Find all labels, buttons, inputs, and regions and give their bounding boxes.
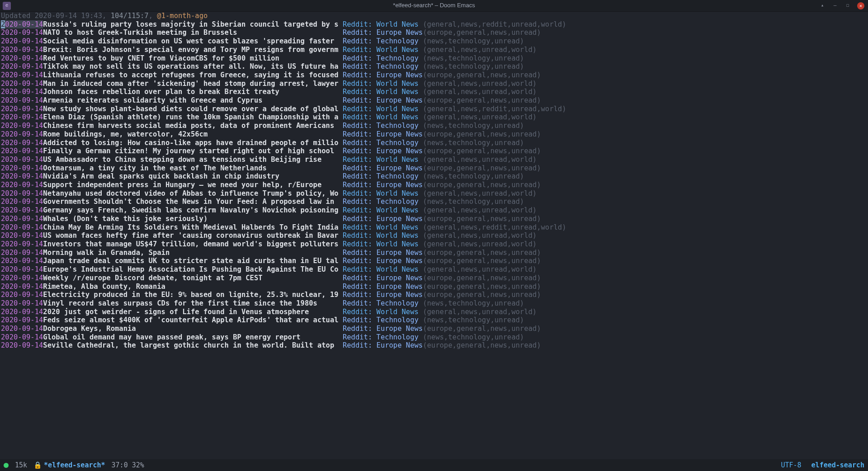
entry-tags: (news,technology,unread) bbox=[423, 333, 524, 342]
entry-date: 2020-09-14 bbox=[1, 46, 43, 54]
entry-tags: (general,news,unread,world) bbox=[423, 240, 537, 249]
feed-entry[interactable]: 2020-09-14 Rimetea, Alba County, Romania… bbox=[1, 283, 868, 291]
feed-entry[interactable]: 2020-09-14 Feds seize almost $400K of 'c… bbox=[1, 316, 868, 325]
entry-date: 2020-09-14 bbox=[1, 130, 43, 139]
entry-tags: (general,news,unread,world) bbox=[423, 113, 537, 122]
feed-entry[interactable]: 2020-09-14 Man in induced coma after 'si… bbox=[1, 80, 868, 88]
feed-entry[interactable]: 2020-09-14 Global oil demand may have pa… bbox=[1, 333, 868, 342]
entry-date: 2020-09-14 bbox=[1, 37, 43, 46]
feed-entry[interactable]: 2020-09-14 Whales (Don't take this joke … bbox=[1, 215, 868, 223]
entry-title: Brexit: Boris Johnson's special envoy an… bbox=[43, 46, 343, 54]
window-ontop-icon[interactable] bbox=[819, 3, 826, 9]
feed-entry[interactable]: 2020-09-14 Russia's ruling party loses m… bbox=[1, 20, 868, 29]
entry-title: TikTok may not sell its US operations af… bbox=[43, 62, 343, 71]
entry-date: 2020-09-14 bbox=[1, 20, 43, 29]
feed-entry[interactable]: 2020-09-14 US Ambassador to China steppi… bbox=[1, 155, 868, 164]
feed-entry[interactable]: 2020-09-14 China May Be Arming Its Soldi… bbox=[1, 223, 868, 232]
entry-date: 2020-09-14 bbox=[1, 274, 43, 283]
feed-entry[interactable]: 2020-09-14 Armenia reiterates solidarity… bbox=[1, 96, 868, 105]
entry-date: 2020-09-14 bbox=[1, 249, 43, 257]
modeline-buffer-size: 15k bbox=[15, 461, 27, 470]
entry-date: 2020-09-14 bbox=[1, 215, 43, 223]
entry-title: Lithuania refuses to accept refugees fro… bbox=[43, 71, 343, 80]
entry-feed: Reddit: World News bbox=[343, 113, 423, 122]
entry-tags: (general,news,reddit,unread,world) bbox=[423, 223, 566, 232]
feed-entry[interactable]: 2020-09-14 Ootmarsum, a tiny city in the… bbox=[1, 164, 868, 173]
entry-title: Ootmarsum, a tiny city in the east of Th… bbox=[43, 164, 343, 173]
feed-entry[interactable]: 2020-09-14 Lithuania refuses to accept r… bbox=[1, 71, 868, 80]
entry-tags: (europe,general,news,unread) bbox=[423, 164, 541, 173]
entry-title: Finally a German citizen! My journey sta… bbox=[43, 147, 343, 155]
feed-entry[interactable]: 2020-09-14 Weekly /r/europe Discord deba… bbox=[1, 274, 868, 283]
feed-entry[interactable]: 2020-09-14 Vinyl record sales surpass CD… bbox=[1, 299, 868, 308]
modeline-encoding: UTF-8 bbox=[781, 461, 801, 470]
feed-entry-list[interactable]: 2020-09-14 Russia's ruling party loses m… bbox=[1, 20, 868, 350]
feed-entry[interactable]: 2020-09-14 Rome buildings, me, watercolo… bbox=[1, 130, 868, 139]
feed-entry[interactable]: 2020-09-14 Netanyahu used doctored video… bbox=[1, 189, 868, 198]
feed-entry[interactable]: 2020-09-14 NATO to host Greek-Turkish me… bbox=[1, 28, 868, 37]
entry-date: 2020-09-14 bbox=[1, 265, 43, 274]
entry-tags: (general,news,unread,world) bbox=[423, 231, 537, 240]
status-filter: @1-month-ago bbox=[157, 12, 208, 20]
entry-feed: Reddit: World News bbox=[343, 231, 423, 240]
feed-entry[interactable]: 2020-09-14 Brexit: Boris Johnson's speci… bbox=[1, 46, 868, 54]
feed-entry[interactable]: 2020-09-14 US woman faces hefty fine aft… bbox=[1, 231, 868, 240]
feed-entry[interactable]: 2020-09-14 New study shows plant-based d… bbox=[1, 105, 868, 113]
entry-tags: (news,technology,unread) bbox=[423, 299, 524, 308]
entry-feed: Reddit: Technology bbox=[343, 172, 423, 181]
entry-feed: Reddit: Technology bbox=[343, 316, 423, 325]
feed-entry[interactable]: 2020-09-14 Support independent press in … bbox=[1, 181, 868, 189]
entry-date: 2020-09-14 bbox=[1, 257, 43, 265]
feed-entry[interactable]: 2020-09-14 Nvidia's Arm deal sparks quic… bbox=[1, 172, 868, 181]
window-minimize-icon[interactable] bbox=[832, 3, 838, 9]
entry-date: 2020-09-14 bbox=[1, 325, 43, 333]
feed-entry[interactable]: 2020-09-14 Morning walk in Granada, Spai… bbox=[1, 249, 868, 257]
feed-entry[interactable]: 2020-09-14 Europe's Industrial Hemp Asso… bbox=[1, 265, 868, 274]
entry-title: Whales (Don't take this joke seriously) bbox=[43, 215, 343, 223]
feed-entry[interactable]: 2020-09-14 Investors that manage US$47 t… bbox=[1, 240, 868, 249]
entry-title: Russia's ruling party loses majority in … bbox=[43, 20, 343, 29]
feed-entry[interactable]: 2020-09-14 Addicted to losing: How casin… bbox=[1, 139, 868, 147]
modeline-position: 37:0 32% bbox=[112, 461, 144, 470]
entry-date: 2020-09-14 bbox=[1, 139, 43, 147]
entry-title: Governments Shouldn't Choose the News in… bbox=[43, 198, 343, 206]
feed-entry[interactable]: 2020-09-14 Germany says French, Swedish … bbox=[1, 206, 868, 215]
entry-feed: Reddit: World News bbox=[343, 206, 423, 215]
entry-title: China May Be Arming Its Soldiers With Me… bbox=[43, 223, 343, 232]
entry-feed: Reddit: Europe News bbox=[343, 130, 423, 139]
entry-title: New study shows plant-based diets could … bbox=[43, 105, 343, 113]
feed-entry[interactable]: 2020-09-14 Dobrogea Keys, Romania Reddit… bbox=[1, 325, 868, 333]
window-close-icon[interactable]: ✕ bbox=[857, 2, 864, 9]
entry-date: 2020-09-14 bbox=[1, 299, 43, 308]
entry-tags: (news,technology,unread) bbox=[423, 172, 524, 181]
feed-entry[interactable]: 2020-09-14 Japan trade deal commits UK t… bbox=[1, 257, 868, 265]
feed-entry[interactable]: 2020-09-14 Finally a German citizen! My … bbox=[1, 147, 868, 155]
feed-entry[interactable]: 2020-09-14 Chinese firm harvests social … bbox=[1, 122, 868, 130]
entry-tags: (general,news,unread,world) bbox=[423, 46, 537, 54]
feed-entry[interactable]: 2020-09-14 Electricity produced in the E… bbox=[1, 291, 868, 299]
feed-entry[interactable]: 2020-09-14 2020 just got weirder - signs… bbox=[1, 308, 868, 316]
entry-title: Rome buildings, me, watercolor, 42x56cm bbox=[43, 130, 343, 139]
feed-entry[interactable]: 2020-09-14 Elena Diaz (Spanish athlete) … bbox=[1, 113, 868, 122]
feed-entry[interactable]: 2020-09-14 Johnson faces rebellion over … bbox=[1, 88, 868, 96]
entry-date: 2020-09-14 bbox=[1, 291, 43, 299]
entry-title: Armenia reiterates solidarity with Greec… bbox=[43, 96, 343, 105]
entry-tags: (europe,general,news,unread) bbox=[423, 215, 541, 223]
entry-tags: (europe,general,news,unread) bbox=[423, 283, 541, 291]
feed-entry[interactable]: 2020-09-14 Governments Shouldn't Choose … bbox=[1, 198, 868, 206]
buffer-content[interactable]: Updated 2020-09-14 19:43, 104/115:7, @1-… bbox=[0, 12, 868, 350]
feed-entry[interactable]: 2020-09-14 Seville Cathedral, the larges… bbox=[1, 341, 868, 350]
feed-entry[interactable]: 2020-09-14 Social media disinformation o… bbox=[1, 37, 868, 46]
entry-date: 2020-09-14 bbox=[1, 240, 43, 249]
entry-title: Europe's Industrial Hemp Association Is … bbox=[43, 265, 343, 274]
entry-feed: Reddit: Europe News bbox=[343, 291, 423, 299]
window-maximize-icon[interactable] bbox=[844, 3, 851, 9]
entry-tags: (europe,general,news,unread) bbox=[423, 341, 541, 350]
entry-date: 2020-09-14 bbox=[1, 181, 43, 189]
entry-date: 2020-09-14 bbox=[1, 189, 43, 198]
feed-entry[interactable]: 2020-09-14 Red Ventures to buy CNET from… bbox=[1, 54, 868, 63]
entry-title: 2020 just got weirder - signs of Life fo… bbox=[43, 308, 343, 316]
entry-tags: (europe,general,news,unread) bbox=[423, 291, 541, 299]
feed-entry[interactable]: 2020-09-14 TikTok may not sell its US op… bbox=[1, 62, 868, 71]
entry-title: Seville Cathedral, the largest gothic ch… bbox=[43, 341, 343, 350]
